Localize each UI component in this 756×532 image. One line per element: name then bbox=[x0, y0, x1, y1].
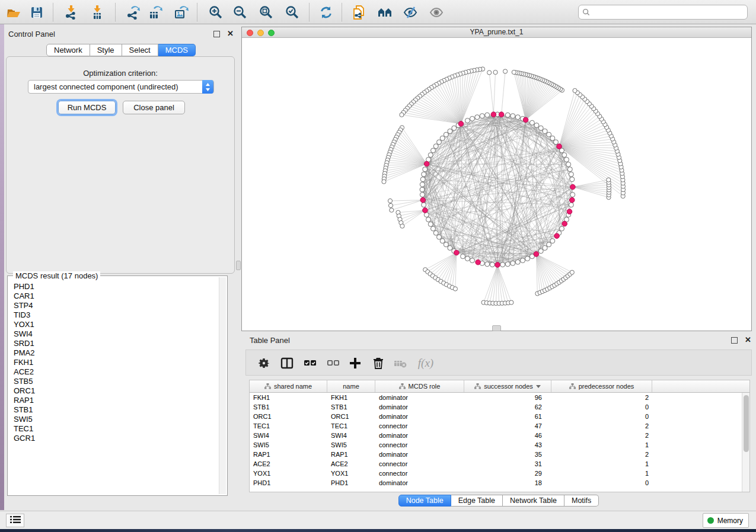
close-panel-button[interactable]: Close panel bbox=[123, 101, 185, 114]
network-node[interactable] bbox=[475, 115, 480, 120]
zoom-out-icon[interactable] bbox=[232, 4, 250, 21]
network-leaf-node[interactable] bbox=[512, 70, 516, 74]
network-leaf-node[interactable] bbox=[509, 300, 513, 305]
network-leaf-node[interactable] bbox=[503, 69, 507, 73]
column-header-successor-nodes[interactable]: successor nodes bbox=[464, 380, 551, 392]
mcds-result-item[interactable]: TEC1 bbox=[9, 424, 219, 434]
tab-select[interactable]: Select bbox=[122, 44, 158, 56]
network-node[interactable] bbox=[420, 187, 425, 192]
hide-selected-icon[interactable] bbox=[402, 4, 420, 21]
network-node[interactable] bbox=[448, 246, 452, 251]
network-node[interactable] bbox=[444, 132, 448, 137]
network-mcds-hub-node[interactable] bbox=[495, 262, 500, 268]
network-node[interactable] bbox=[485, 113, 490, 117]
network-view[interactable] bbox=[242, 38, 751, 331]
tab-motifs[interactable]: Motifs bbox=[564, 495, 599, 507]
table-settings-icon[interactable] bbox=[256, 355, 272, 371]
network-node[interactable] bbox=[470, 116, 474, 121]
network-node[interactable] bbox=[465, 118, 470, 123]
mcds-result-item[interactable]: STB1 bbox=[9, 405, 219, 415]
network-leaf-node[interactable] bbox=[607, 178, 611, 182]
network-node[interactable] bbox=[444, 242, 448, 247]
add-column-icon[interactable] bbox=[347, 355, 363, 371]
table-row[interactable]: ACE2ACE2connector311 bbox=[250, 459, 742, 469]
tab-style[interactable]: Style bbox=[90, 44, 122, 56]
save-session-icon[interactable] bbox=[28, 4, 46, 21]
network-leaf-node[interactable] bbox=[382, 180, 386, 184]
network-node[interactable] bbox=[430, 226, 435, 231]
mcds-result-item[interactable]: SWI4 bbox=[9, 329, 219, 339]
minimize-window-icon[interactable] bbox=[257, 30, 264, 36]
network-node[interactable] bbox=[461, 254, 465, 259]
network-leaf-node[interactable] bbox=[487, 70, 492, 75]
apply-function-icon[interactable]: f(x) bbox=[414, 355, 438, 371]
criterion-dropdown[interactable]: largest connected component (undirected) bbox=[28, 80, 214, 94]
network-mcds-hub-node[interactable] bbox=[423, 208, 428, 213]
network-node[interactable] bbox=[436, 235, 441, 239]
mcds-result-item[interactable]: STB5 bbox=[9, 377, 219, 386]
network-node[interactable] bbox=[529, 120, 534, 125]
network-leaf-node[interactable] bbox=[400, 224, 404, 228]
table-scrollbar[interactable] bbox=[742, 393, 749, 492]
network-node[interactable] bbox=[550, 239, 555, 243]
export-network-icon[interactable] bbox=[125, 4, 142, 21]
network-leaf-node[interactable] bbox=[453, 287, 457, 291]
network-mcds-hub-node[interactable] bbox=[491, 112, 496, 117]
table-row[interactable]: ORC1ORC1dominator610 bbox=[250, 412, 742, 421]
new-network-from-selection-icon[interactable] bbox=[351, 4, 369, 21]
network-node[interactable] bbox=[562, 153, 567, 158]
network-mcds-hub-node[interactable] bbox=[454, 250, 460, 255]
network-node[interactable] bbox=[547, 242, 551, 247]
network-node[interactable] bbox=[465, 256, 470, 261]
mcds-result-item[interactable]: PMA2 bbox=[9, 348, 219, 358]
vertical-splitter-handle[interactable] bbox=[236, 261, 241, 270]
network-leaf-node[interactable] bbox=[493, 70, 497, 74]
search-field[interactable] bbox=[578, 5, 748, 20]
network-leaf-node[interactable] bbox=[390, 208, 394, 212]
network-node[interactable] bbox=[422, 172, 426, 177]
network-leaf-node[interactable] bbox=[570, 270, 574, 274]
network-node[interactable] bbox=[538, 126, 543, 130]
float-window-icon[interactable] bbox=[731, 337, 738, 344]
table-row[interactable]: SWI5SWI5connector431 bbox=[250, 440, 742, 450]
table-row[interactable]: YOX1YOX1connector291 bbox=[250, 469, 742, 478]
refresh-layout-icon[interactable] bbox=[318, 4, 336, 21]
network-node[interactable] bbox=[505, 262, 510, 267]
network-window-titlebar[interactable]: YPA_prune.txt_1 bbox=[242, 27, 751, 38]
network-mcds-hub-node[interactable] bbox=[499, 112, 504, 117]
mcds-result-item[interactable]: SWI5 bbox=[9, 415, 219, 424]
network-node[interactable] bbox=[569, 203, 573, 207]
network-leaf-node[interactable] bbox=[400, 113, 404, 117]
search-input[interactable] bbox=[592, 8, 744, 17]
delete-table-icon[interactable] bbox=[392, 355, 409, 371]
tab-network-table[interactable]: Network Table bbox=[503, 495, 564, 507]
mcds-result-item[interactable]: RAP1 bbox=[9, 396, 219, 405]
tab-mcds[interactable]: MCDS bbox=[158, 44, 196, 56]
tab-edge-table[interactable]: Edge Table bbox=[451, 495, 503, 507]
task-history-button[interactable] bbox=[6, 514, 24, 527]
zoom-fit-icon[interactable] bbox=[258, 4, 276, 21]
network-node[interactable] bbox=[426, 217, 431, 222]
mcds-result-item[interactable]: PHD1 bbox=[9, 282, 219, 291]
network-mcds-hub-node[interactable] bbox=[523, 117, 528, 123]
mcds-result-item[interactable]: SRD1 bbox=[9, 339, 219, 348]
import-network-icon[interactable] bbox=[63, 4, 81, 21]
network-node[interactable] bbox=[423, 167, 428, 172]
maximize-window-icon[interactable] bbox=[268, 30, 275, 36]
network-node[interactable] bbox=[470, 258, 474, 263]
network-node[interactable] bbox=[566, 162, 571, 166]
network-node[interactable] bbox=[560, 226, 564, 231]
table-row[interactable]: SWI4SWI4dominator462 bbox=[250, 431, 742, 440]
network-node[interactable] bbox=[569, 172, 573, 177]
mcds-result-item[interactable]: FKH1 bbox=[9, 358, 219, 367]
network-mcds-hub-node[interactable] bbox=[424, 161, 429, 166]
network-node[interactable] bbox=[564, 157, 569, 162]
network-node[interactable] bbox=[538, 249, 543, 254]
mcds-result-item[interactable]: ACE2 bbox=[9, 367, 219, 377]
network-mcds-hub-node[interactable] bbox=[554, 233, 560, 239]
run-mcds-button[interactable]: Run MCDS bbox=[58, 101, 116, 114]
network-node[interactable] bbox=[480, 114, 484, 118]
mcds-result-scrollbar[interactable] bbox=[219, 277, 226, 494]
network-node[interactable] bbox=[570, 193, 575, 197]
table-scrollbar-thumb[interactable] bbox=[744, 395, 749, 452]
